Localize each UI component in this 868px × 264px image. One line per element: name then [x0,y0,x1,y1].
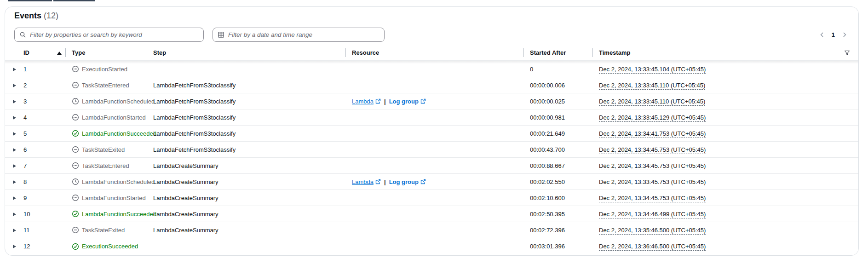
event-id: 3 [23,98,65,105]
external-link-icon [375,98,381,104]
event-step: LambdaCreateSummary [147,211,345,218]
previous-page-button[interactable] [818,31,826,39]
ellipsis-circle-icon [72,81,79,89]
event-id: 11 [23,227,65,234]
event-type: LambdaFunctionStarted [65,194,147,201]
expand-row-icon[interactable] [13,164,16,168]
ellipsis-circle-icon [72,114,79,121]
tab-stub-right[interactable] [53,0,95,1]
ellipsis-circle-icon [72,162,79,169]
event-timestamp[interactable]: Dec 2, 2024, 13:34:46.499 (UTC+05:45) [599,211,706,218]
event-id: 4 [23,114,65,121]
event-timestamp[interactable]: Dec 2, 2024, 13:35:46.500 (UTC+05:45) [599,227,706,235]
expand-row-icon[interactable] [13,132,16,136]
event-resource: Lambda|Log group [345,98,523,105]
event-timestamp[interactable]: Dec 2, 2024, 13:33:45.129 (UTC+05:45) [599,114,706,122]
event-started-after: 00:00:43.700 [523,146,592,153]
property-filter[interactable] [14,28,204,42]
column-header-expand [5,45,23,61]
event-started-after: 00:02:50.395 [523,211,592,218]
event-type: TaskStateEntered [65,162,147,169]
column-header-step[interactable]: Step [147,45,345,61]
event-timestamp[interactable]: Dec 2, 2024, 13:33:45.110 (UTC+05:45) [599,98,705,106]
event-type: LambdaFunctionSucceeded [65,210,147,218]
event-step: LambdaCreateSummary [147,178,345,185]
event-timestamp[interactable]: Dec 2, 2024, 13:34:45.753 (UTC+05:45) [599,195,706,202]
events-panel: Events(12) 1 ID Type Step Resource Start… [5,6,859,256]
events-count: (12) [44,11,58,20]
chevron-right-icon [841,32,847,38]
table-row: 5LambdaFunctionSucceededLambdaFetchFromS… [5,126,858,142]
log-group-link[interactable]: Log group [389,178,426,185]
filter-row: 1 [14,28,848,42]
expand-row-icon[interactable] [13,229,16,232]
log-group-link[interactable]: Log group [389,98,426,105]
table-row: 11TaskStateExitedLambdaCreateSummary00:0… [5,222,858,238]
event-started-after: 0 [523,66,592,73]
event-timestamp[interactable]: Dec 2, 2024, 13:34:45.753 (UTC+05:45) [599,146,706,154]
event-step: LambdaCreateSummary [147,162,345,169]
event-timestamp[interactable]: Dec 2, 2024, 13:34:45.753 (UTC+05:45) [599,162,706,170]
column-header-type[interactable]: Type [65,45,147,61]
event-started-after: 00:00:21.649 [523,130,592,137]
lambda-link[interactable]: Lambda [352,178,381,185]
event-timestamp[interactable]: Dec 2, 2024, 13:33:45.110 (UTC+05:45) [599,82,705,90]
event-started-after: 00:00:00.006 [523,82,592,89]
event-type: ExecutionStarted [65,65,147,73]
minus-circle-icon [72,146,79,153]
event-resource: Lambda|Log group [345,178,523,185]
expand-row-icon[interactable] [13,245,16,248]
external-link-icon [420,179,426,184]
event-type: TaskStateEntered [65,81,147,89]
expand-row-icon[interactable] [13,180,16,184]
pagination: 1 [818,31,848,39]
event-id: 8 [23,178,65,185]
tab-stub-left[interactable] [8,0,52,1]
expand-row-icon[interactable] [13,100,16,103]
event-id: 5 [23,130,65,137]
expand-row-icon[interactable] [13,116,16,120]
expand-row-icon[interactable] [13,196,16,200]
current-page[interactable]: 1 [831,31,836,38]
column-header-started-after[interactable]: Started After [523,45,592,61]
event-id: 9 [23,195,65,201]
table-row: 12ExecutionSucceeded00:03:01.396Dec 2, 2… [5,238,858,254]
lambda-link[interactable]: Lambda [352,98,381,105]
expand-row-icon[interactable] [13,68,16,71]
expand-row-icon[interactable] [13,84,16,87]
event-type: TaskStateExited [65,146,147,153]
external-link-icon [420,98,426,104]
check-circle-icon [72,130,79,137]
event-table-body: 1ExecutionStarted0Dec 2, 2024, 13:33:45.… [5,61,858,254]
table-row: 1ExecutionStarted0Dec 2, 2024, 13:33:45.… [5,61,858,77]
event-step: LambdaFetchFromS3toclassify [147,114,345,121]
event-step: LambdaFetchFromS3toclassify [147,146,345,153]
search-input[interactable] [30,29,199,41]
table-row: 10LambdaFunctionSucceededLambdaCreateSum… [5,206,858,222]
event-started-after: 00:02:02.550 [523,178,592,185]
column-header-id[interactable]: ID [23,45,65,61]
table-row: 9LambdaFunctionStartedLambdaCreateSummar… [5,190,858,206]
event-id: 6 [23,146,65,153]
date-range-input[interactable] [228,29,379,41]
event-step: LambdaFetchFromS3toclassify [147,130,345,137]
expand-row-icon[interactable] [13,212,16,216]
event-id: 12 [23,243,65,250]
date-range-filter[interactable] [213,28,385,42]
expand-row-icon[interactable] [13,148,16,152]
event-timestamp[interactable]: Dec 2, 2024, 13:33:45.753 (UTC+05:45) [599,178,706,186]
sort-ascending-icon[interactable] [57,52,62,55]
filter-funnel-icon[interactable] [844,50,850,56]
table-header: ID Type Step Resource Started After Time… [5,45,858,61]
event-started-after: 00:00:88.667 [523,162,592,169]
column-header-timestamp[interactable]: Timestamp [592,45,858,61]
event-timestamp[interactable]: Dec 2, 2024, 13:34:41.753 (UTC+05:45) [599,130,706,138]
column-header-resource[interactable]: Resource [345,45,523,61]
event-type: LambdaFunctionSucceeded [65,130,147,137]
event-step: LambdaFetchFromS3toclassify [147,98,345,105]
resource-link-separator: | [384,98,386,105]
event-timestamp[interactable]: Dec 2, 2024, 13:36:46.500 (UTC+05:45) [599,243,706,251]
event-timestamp[interactable]: Dec 2, 2024, 13:33:45.104 (UTC+05:45) [599,66,706,74]
next-page-button[interactable] [840,31,848,39]
search-icon [19,31,26,38]
